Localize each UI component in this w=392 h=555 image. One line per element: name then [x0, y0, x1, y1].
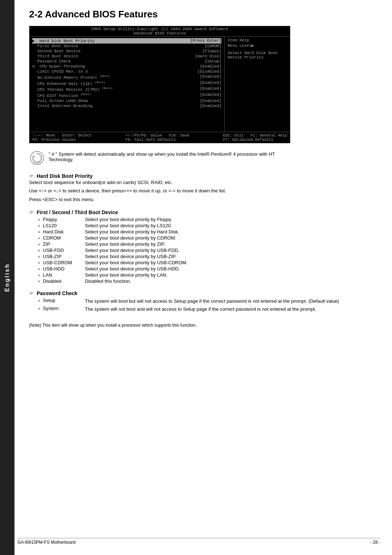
body-text-hd-1: Use <↑> or <↓> to select a device, then …: [29, 187, 380, 195]
bios-footer-move: ↑↓→←: Move: [32, 133, 55, 138]
bios-value-9: [Enabled]: [200, 86, 221, 92]
bios-footer-col2: +/-/PU/PD: Value F10: Save F6: Fail-Safe…: [125, 133, 189, 142]
bios-value-11: [Enabled]: [200, 99, 221, 103]
bios-row-0[interactable]: ▶ Hard Disk Boot Priority [Press Enter]: [32, 38, 221, 44]
boot-item-zip-label: » ZIP: [38, 241, 85, 247]
bios-label-1: First Boot Device: [32, 44, 78, 48]
bios-row-4[interactable]: Password Check [Setup]: [32, 59, 221, 64]
bios-footer-optimized: F7: Optimized Defaults: [223, 138, 287, 142]
boot-item-usbzip-desc: Select your boot device priority by USB-…: [85, 254, 380, 259]
note-box: NOTE " # " System will detect automatica…: [29, 150, 290, 166]
bios-label-3: Third Boot Device: [32, 54, 78, 58]
bios-row-12[interactable]: Intel OnScreen Branding [Enabled]: [32, 103, 221, 109]
bios-label-2: Second Boot Device: [32, 49, 81, 53]
pw-item-setup: » Setup The system will boot but will no…: [38, 298, 380, 305]
section-heading: 2-2 Advanced BIOS Features: [29, 9, 380, 20]
boot-item-usbcdrom-desc: Select your boot device priority by USB-…: [85, 260, 380, 265]
bios-footer-esc: ESC: Exit: [223, 133, 244, 138]
bios-row-3[interactable]: Third Boot Device [Hard Disk]: [32, 54, 221, 59]
bios-help-item: Item Help: [228, 38, 287, 42]
bios-value-0: [Press Enter]: [190, 38, 221, 43]
bios-help-menulevel: Menu Level▶: [228, 43, 287, 48]
boot-item-usbhdd-label: » USB-HDD: [38, 266, 85, 272]
bios-label-8: CPU Enhanced Halt (C1E) (Note): [32, 81, 105, 86]
bios-title-bar: CMOS Setup Utility-Copyright (C) 1984-20…: [29, 26, 290, 37]
boot-item-lan: » LAN Select your boot device priority b…: [38, 272, 380, 278]
body-text-hd-0: Select boot sequence for onboard(or add-…: [29, 179, 380, 186]
subsection-arrow-icon-2: ☞: [29, 290, 34, 296]
note-text: " # " System will detect automatically a…: [49, 150, 290, 162]
boot-item-usbcdrom-label: » USB-CDROM: [38, 260, 85, 265]
subsection-title-hard-disk: ☞ Hard Disk Boot Priority: [29, 173, 380, 179]
bios-footer-value: +/-/PU/PD: Value: [125, 133, 162, 138]
bios-value-10: [Enabled]: [200, 93, 221, 98]
bios-row-6[interactable]: Limit CPUID Max. to 3 [Disabled]: [32, 69, 221, 74]
bios-footer-enter: Enter: Select: [62, 133, 92, 138]
bios-footer-col1: ↑↓→←: Move Enter: Select F5: Previous Va…: [32, 133, 92, 142]
boot-item-zip-desc: Select your boot device priority by ZIP.: [85, 241, 380, 247]
bios-title-line2: Advanced BIOS Features: [29, 31, 290, 36]
sidebar: English: [0, 0, 15, 555]
boot-item-cdrom-label: » CDROM: [38, 235, 85, 241]
bios-label-4: Password Check: [32, 59, 71, 64]
boot-device-items: » Floppy Select your boot device priorit…: [38, 217, 380, 284]
bios-footer: ↑↓→←: Move Enter: Select F5: Previous Va…: [29, 132, 290, 143]
boot-item-ls120-label: » LS120: [38, 223, 85, 228]
bios-value-8: [Enabled]: [200, 81, 221, 86]
subsection-heading-2: Password Check: [37, 290, 77, 296]
bios-row-8[interactable]: CPU Enhanced Halt (C1E) (Note) [Enabled]: [32, 80, 221, 86]
bios-footer-col3: ESC: Exit F1: General Help F7: Optimized…: [223, 133, 287, 142]
pw-item-system-label: » System: [38, 306, 85, 311]
boot-item-floppy: » Floppy Select your boot device priorit…: [38, 217, 380, 222]
bios-label-12: Intel OnScreen Branding: [32, 104, 93, 108]
bios-value-2: [Floppy]: [202, 49, 221, 53]
boot-item-usbcdrom: » USB-CDROM Select your boot device prio…: [38, 260, 380, 265]
bios-footer-prev: F5: Previous Values: [32, 138, 92, 142]
boot-item-floppy-desc: Select your boot device priority by Flop…: [85, 217, 380, 222]
boot-item-usbhdd: » USB-HDD Select your boot device priori…: [38, 266, 380, 272]
bios-row-11[interactable]: Full Screen LOGO Show [Enabled]: [32, 98, 221, 103]
subsection-arrow-icon-1: ☞: [29, 209, 34, 215]
boot-item-usbhdd-desc: Select your boot device priority by USB-…: [85, 266, 380, 272]
boot-item-ls120-desc: Select your boot device priority by LS12…: [85, 223, 380, 228]
bios-row-2[interactable]: Second Boot Device [Floppy]: [32, 49, 221, 54]
bios-row-10[interactable]: CPU EIST Function (Note) [Enabled]: [32, 92, 221, 98]
subsection-heading-1: First / Second / Third Boot Device: [37, 209, 118, 215]
bios-label-0: ▶ Hard Disk Boot Priority: [32, 38, 95, 43]
bios-row-9[interactable]: CPU Thermal Monitor 2(TM2) (Note) [Enabl…: [32, 86, 221, 92]
bios-value-4: [Setup]: [205, 59, 221, 64]
subsection-arrow-icon-0: ☞: [29, 173, 34, 179]
pw-item-system: » System The system will not boot and wi…: [38, 306, 380, 313]
bios-row-7[interactable]: No-Execute Memory Protect (Note) [Enable…: [32, 74, 221, 80]
bottom-right: - 28 -: [370, 540, 380, 545]
boot-item-cdrom: » CDROM Select your boot device priority…: [38, 235, 380, 241]
pw-item-setup-label: » Setup: [38, 298, 85, 303]
bios-screen: CMOS Setup Utility-Copyright (C) 1984-20…: [29, 26, 290, 143]
bios-label-9: CPU Thermal Monitor 2(TM2) (Note): [32, 86, 113, 92]
bios-row-5[interactable]: # CPU Hyper-Threading [Enabled]: [32, 64, 221, 69]
bios-right-panel: Item Help Menu Level▶ Select Hard Disk B…: [225, 37, 290, 132]
pw-item-system-desc: The system will not boot and will not ac…: [85, 306, 380, 313]
bios-footer-failsafe: F6: Fail-Safe Defaults: [125, 138, 189, 142]
body-text-hd-2: Press <ESC> to exit this menu.: [29, 196, 380, 203]
bottom-bar: GA-8I915PM-FS Motherboard - 28 -: [17, 538, 380, 545]
subsection-boot-device: ☞ First / Second / Third Boot Device » F…: [29, 209, 380, 284]
boot-item-usbzip: » USB-ZIP Select your boot device priori…: [38, 254, 380, 259]
bios-label-5: # CPU Hyper-Threading: [32, 64, 85, 69]
sidebar-label: English: [4, 263, 11, 292]
bios-title-line1: CMOS Setup Utility-Copyright (C) 1984-20…: [29, 27, 290, 31]
bios-body: ▶ Hard Disk Boot Priority [Press Enter] …: [29, 37, 290, 132]
bios-label-11: Full Screen LOGO Show: [32, 99, 88, 103]
boot-item-cdrom-desc: Select your boot device priority by CDRO…: [85, 235, 380, 241]
bios-value-3: [Hard Disk]: [195, 54, 221, 58]
subsection-title-password: ☞ Password Check: [29, 290, 380, 296]
bios-help-select2: Device Priority: [228, 55, 287, 60]
pw-item-setup-desc: The system will boot but will not access…: [85, 298, 380, 305]
footer-note: (Note) This item will show up when you i…: [29, 323, 290, 328]
note-icon: NOTE: [29, 150, 45, 166]
bios-left-panel: ▶ Hard Disk Boot Priority [Press Enter] …: [29, 37, 225, 132]
bios-row-1[interactable]: First Boot Device [CDROM]: [32, 44, 221, 49]
bios-value-1: [CDROM]: [205, 44, 221, 48]
main-content: 2-2 Advanced BIOS Features CMOS Setup Ut…: [17, 0, 392, 339]
subsection-password-check: ☞ Password Check » Setup The system will…: [29, 290, 380, 313]
